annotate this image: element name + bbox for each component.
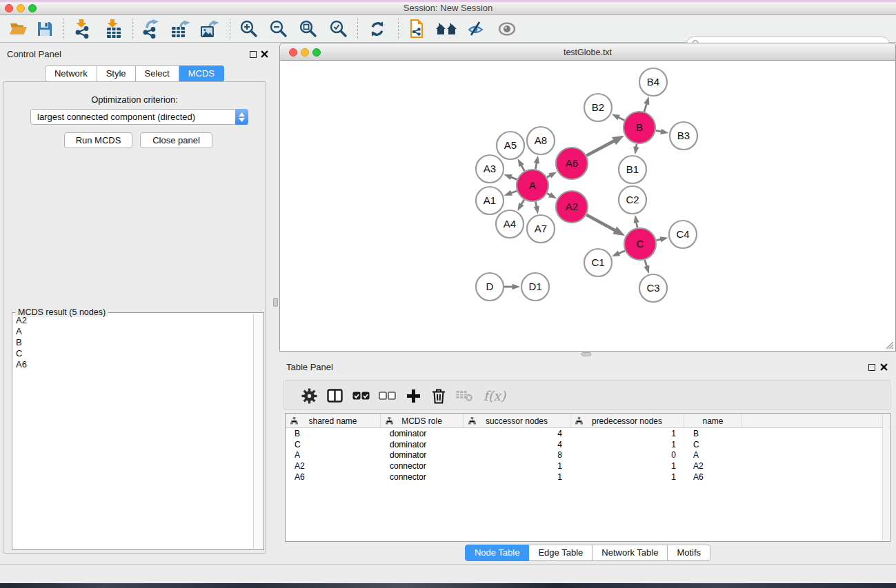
mcds-result-item[interactable]: C bbox=[13, 348, 252, 359]
horizontal-splitter-handle[interactable] bbox=[581, 352, 591, 356]
table-row[interactable]: Adominator80A bbox=[286, 449, 890, 460]
table-cell[interactable]: 1 bbox=[464, 461, 570, 471]
zoom-in-button[interactable] bbox=[237, 17, 261, 41]
mcds-result-item[interactable]: B bbox=[13, 337, 252, 348]
import-network-icon bbox=[74, 19, 92, 39]
network-window-titlebar[interactable]: testGlobe.txt bbox=[279, 43, 896, 61]
import-table-button[interactable] bbox=[101, 17, 126, 41]
delete-row-button[interactable] bbox=[428, 385, 450, 406]
table-cell[interactable]: 1 bbox=[464, 472, 570, 482]
resize-grip-icon[interactable] bbox=[884, 340, 894, 349]
open-session-button[interactable] bbox=[6, 17, 31, 41]
home-button[interactable] bbox=[434, 17, 459, 41]
table-panel-float-icon[interactable] bbox=[868, 364, 875, 371]
save-session-button[interactable] bbox=[32, 17, 57, 41]
table-cell[interactable]: 4 bbox=[464, 440, 570, 449]
network-canvas[interactable]: AA1A2A3A4A5A6A7A8BB1B2B3B4CC1C2C3C4DD1 bbox=[279, 61, 896, 352]
vertical-splitter-handle[interactable] bbox=[273, 298, 278, 307]
tab-select[interactable]: Select bbox=[136, 65, 179, 82]
deselect-all-button[interactable] bbox=[376, 385, 398, 406]
table-cell[interactable]: C bbox=[684, 440, 742, 449]
table-cell[interactable]: dominator bbox=[381, 450, 464, 460]
table-cell[interactable]: 0 bbox=[570, 450, 684, 460]
table-cell[interactable]: A2 bbox=[684, 461, 742, 471]
window-title: Session: New Session bbox=[0, 3, 896, 13]
column-header-shared-name[interactable]: shared name bbox=[286, 414, 381, 428]
column-header-name[interactable]: name bbox=[684, 414, 742, 428]
graph-edge-A2-C[interactable] bbox=[586, 214, 616, 230]
table-cell[interactable]: A6 bbox=[286, 472, 381, 482]
close-panel-button[interactable]: Close panel bbox=[140, 132, 212, 148]
eye-button[interactable] bbox=[495, 17, 519, 41]
column-header-MCDS-role[interactable]: MCDS role bbox=[381, 414, 464, 428]
table-row[interactable]: Bdominator41B bbox=[286, 428, 890, 439]
graph-edge-A6-B[interactable] bbox=[586, 141, 615, 156]
toggle-columns-button[interactable] bbox=[323, 385, 346, 406]
graph-edge-B-B4[interactable] bbox=[644, 103, 647, 112]
column-header-predecessor-nodes[interactable]: predecessor nodes bbox=[570, 414, 684, 428]
table-cell[interactable]: C bbox=[286, 440, 381, 449]
export-network-icon bbox=[142, 19, 161, 39]
graph-node-label: C4 bbox=[676, 228, 689, 240]
mcds-result-item[interactable]: A2 bbox=[13, 315, 252, 326]
table-cell[interactable]: A bbox=[286, 450, 381, 460]
function-builder-button[interactable]: f(x) bbox=[479, 385, 510, 406]
table-cell[interactable]: 1 bbox=[570, 429, 684, 438]
edge-arrowhead-icon bbox=[612, 251, 620, 256]
export-network-button[interactable] bbox=[139, 17, 164, 41]
export-table-button[interactable] bbox=[168, 17, 193, 41]
table-panel-close-icon[interactable] bbox=[880, 363, 888, 371]
table-cell[interactable]: connector bbox=[381, 472, 464, 482]
table-cell[interactable]: dominator bbox=[381, 429, 464, 438]
tab-node-table[interactable]: Node Table bbox=[465, 545, 530, 561]
toolbar-separator bbox=[230, 19, 230, 39]
table-row[interactable]: Cdominator41C bbox=[286, 439, 890, 450]
table-row[interactable]: A2connector11A2 bbox=[286, 460, 890, 472]
column-header-label: successor nodes bbox=[486, 416, 548, 426]
control-panel-close-icon[interactable] bbox=[261, 50, 268, 58]
table-cell[interactable]: connector bbox=[381, 461, 464, 471]
graph-node-label: B4 bbox=[647, 76, 659, 88]
edge-arrowhead-icon bbox=[518, 159, 524, 167]
tab-edge-table[interactable]: Edge Table bbox=[529, 545, 593, 561]
table-cell[interactable]: B bbox=[286, 429, 381, 438]
table-cell[interactable]: 1 bbox=[570, 472, 684, 482]
control-panel-float-icon[interactable] bbox=[250, 51, 257, 58]
zoom-selected-button[interactable] bbox=[326, 17, 351, 41]
tab-style[interactable]: Style bbox=[97, 65, 136, 82]
tab-network-table[interactable]: Network Table bbox=[593, 545, 668, 561]
table-cell[interactable]: B bbox=[684, 429, 742, 438]
export-image-button[interactable] bbox=[197, 17, 222, 41]
run-mcds-button[interactable]: Run MCDS bbox=[64, 132, 132, 148]
visibility-slash-icon bbox=[467, 21, 485, 37]
zoom-out-button[interactable] bbox=[266, 17, 291, 41]
table-cell[interactable]: dominator bbox=[381, 440, 464, 449]
column-header-successor-nodes[interactable]: successor nodes bbox=[464, 414, 570, 428]
table-cell[interactable]: A2 bbox=[286, 461, 381, 471]
tab-motifs[interactable]: Motifs bbox=[668, 545, 710, 561]
table-cell[interactable]: 1 bbox=[570, 461, 684, 471]
table-cell[interactable]: A6 bbox=[684, 472, 742, 482]
table-row[interactable]: A6connector11A6 bbox=[286, 472, 890, 483]
import-network-button[interactable] bbox=[70, 17, 95, 41]
table-scrollbar[interactable] bbox=[882, 414, 889, 540]
add-row-button[interactable] bbox=[402, 385, 424, 406]
folder-open-icon bbox=[9, 21, 28, 37]
visibility-slash-button[interactable] bbox=[464, 17, 488, 41]
tab-network[interactable]: Network bbox=[45, 65, 97, 82]
mcds-result-item[interactable]: A bbox=[13, 326, 252, 337]
refresh-button[interactable] bbox=[365, 17, 390, 41]
select-all-button[interactable] bbox=[350, 385, 372, 406]
mcds-list-scrollbar[interactable] bbox=[253, 314, 263, 549]
tab-mcds[interactable]: MCDS bbox=[179, 65, 224, 82]
optimization-criterion-select[interactable]: largest connected component (directed) bbox=[30, 109, 248, 125]
delete-table-button[interactable] bbox=[453, 385, 475, 406]
zoom-fit-button[interactable] bbox=[296, 17, 321, 41]
mcds-result-item[interactable]: A6 bbox=[13, 359, 252, 370]
table-cell[interactable]: 1 bbox=[570, 440, 684, 449]
table-cell[interactable]: 8 bbox=[464, 450, 570, 460]
copy-network-button[interactable] bbox=[405, 17, 430, 41]
table-settings-button[interactable] bbox=[298, 385, 320, 406]
table-cell[interactable]: 4 bbox=[464, 429, 570, 438]
table-cell[interactable]: A bbox=[684, 450, 742, 460]
